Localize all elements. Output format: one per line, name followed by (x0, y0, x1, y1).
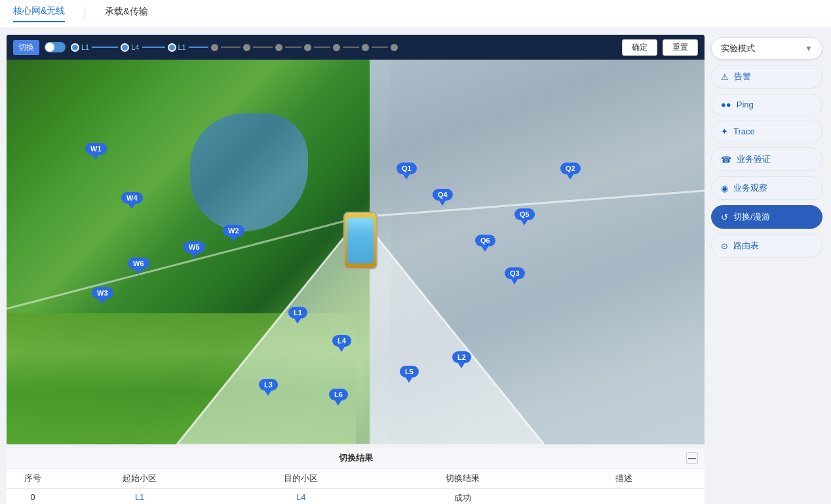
col-header-target: 目的小区 (220, 473, 381, 484)
trace-icon: ✦ (721, 126, 728, 136)
switch-button[interactable]: 切换 (13, 40, 39, 55)
col-header-seq: 序号 (7, 473, 59, 484)
map-city-bg (370, 60, 705, 444)
nav-item-transport[interactable]: 承载&传输 (105, 6, 147, 22)
pin-Q3[interactable]: Q3 (505, 267, 525, 284)
pin-W6[interactable]: W6 (128, 258, 149, 275)
sidebar-btn-routing[interactable]: ⊙ 路由表 (711, 234, 822, 258)
cell-target-0: L4 (220, 492, 381, 504)
handover-icon: ↺ (721, 212, 728, 222)
cell-source-0: L1 (59, 492, 220, 504)
pin-W4[interactable]: W4 (121, 192, 143, 209)
table-col-headers: 序号 起始小区 目的小区 切换结果 描述 (7, 469, 705, 489)
pin-Q1[interactable]: Q1 (396, 163, 417, 180)
nav-divider (85, 7, 85, 20)
slider-bar: 切换 L1 L4 (7, 35, 705, 60)
trace-label: Trace (733, 126, 755, 136)
toggle-switch[interactable] (45, 42, 66, 52)
alert-icon: ⚠ (721, 72, 729, 82)
slider-node-l4[interactable]: L4 (121, 43, 139, 52)
pin-W2[interactable]: W2 (223, 225, 244, 242)
alert-label: 告警 (734, 71, 751, 83)
pin-W3[interactable]: W3 (92, 287, 113, 304)
sidebar-btn-verify[interactable]: ☎ 业务验证 (711, 147, 822, 171)
reset-button[interactable]: 重置 (663, 39, 698, 56)
pin-Q6[interactable]: Q6 (475, 235, 495, 252)
cell-result-0: 成功 (382, 492, 543, 504)
ping-label: Ping (737, 100, 754, 109)
pin-W5[interactable]: W5 (184, 241, 205, 258)
handover-label: 切换/漫游 (733, 211, 770, 223)
pin-Q4[interactable]: Q4 (433, 189, 453, 206)
table-title: 切换结果 (339, 452, 373, 464)
pin-L5[interactable]: L5 (400, 366, 419, 383)
cell-seq-0: 0 (7, 492, 59, 504)
map-park-bg (7, 313, 356, 444)
table-collapse-btn[interactable]: — (686, 452, 698, 464)
slider-track: L1 L4 L1 (71, 43, 611, 52)
pin-L3[interactable]: L3 (259, 379, 278, 396)
observe-label: 业务观察 (733, 182, 767, 194)
slider-node-l1b[interactable]: L1 (168, 43, 186, 52)
sidebar-btn-handover[interactable]: ↺ 切换/漫游 (711, 205, 822, 229)
pin-W1[interactable]: W1 (85, 143, 107, 160)
mode-selector[interactable]: 实验模式 ▼ (711, 37, 822, 60)
pin-L4[interactable]: L4 (332, 335, 351, 352)
mode-label: 实验模式 (721, 43, 755, 54)
chevron-down-icon: ▼ (805, 44, 813, 53)
col-header-desc: 描述 (543, 473, 705, 484)
routing-icon: ⊙ (721, 241, 728, 251)
phone-device (343, 212, 377, 269)
main-layout: 切换 L1 L4 (0, 28, 831, 504)
nav-item-core[interactable]: 核心网&无线 (13, 5, 65, 22)
slider-node-l1[interactable]: L1 (71, 43, 89, 52)
pin-Q2[interactable]: Q2 (560, 163, 581, 180)
table-row-0: 0 L1 L4 成功 (7, 489, 705, 504)
right-sidebar: 实验模式 ▼ ⚠ 告警 ●● Ping ✦ Trace ☎ 业务验证 ◉ 业务观… (711, 35, 822, 504)
sidebar-btn-trace[interactable]: ✦ Trace (711, 121, 822, 142)
ping-icon: ●● (721, 100, 731, 109)
map-container: 切换 L1 L4 (7, 35, 705, 444)
table-title-row: 切换结果 — (7, 448, 705, 469)
pin-L2[interactable]: L2 (452, 351, 471, 368)
cell-desc-0 (543, 492, 705, 504)
col-header-result: 切换结果 (382, 473, 543, 484)
col-header-source: 起始小区 (59, 473, 220, 484)
sidebar-btn-ping[interactable]: ●● Ping (711, 94, 822, 115)
sidebar-btn-observe[interactable]: ◉ 业务观察 (711, 176, 822, 200)
table-area: 切换结果 — 序号 起始小区 目的小区 切换结果 描述 0 L1 L4 成功 1… (7, 448, 705, 504)
pin-L1[interactable]: L1 (288, 307, 307, 324)
pin-L6[interactable]: L6 (329, 389, 348, 406)
left-panel: 切换 L1 L4 (7, 35, 705, 504)
observe-icon: ◉ (721, 184, 728, 193)
sidebar-btn-alert[interactable]: ⚠ 告警 (711, 65, 822, 88)
top-nav: 核心网&无线 承载&传输 (0, 0, 831, 28)
pin-Q5[interactable]: Q5 (514, 208, 535, 225)
confirm-button[interactable]: 确定 (622, 39, 657, 56)
verify-label: 业务验证 (737, 153, 771, 165)
verify-icon: ☎ (721, 155, 731, 165)
routing-label: 路由表 (733, 240, 759, 252)
